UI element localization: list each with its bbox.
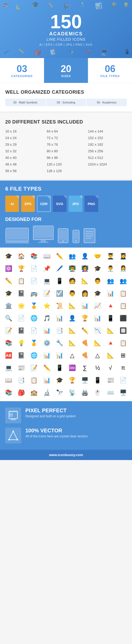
filetypes-section: 6 FILE TYPES AI EPS CDR SVG JPG PNG DESI… [0,181,132,248]
badge-svg: SVG [53,196,67,212]
stat-categories-label: CATEGORIES [3,74,41,78]
icon-cell-77: 📐 [92,337,103,349]
icon-cell-26: 📐 [79,275,91,287]
size-72: 72 x 72 [47,135,86,141]
icon-cell-78: 🔺 [105,337,116,349]
badge-ai-label: AI [11,202,14,206]
icon-cell-42: 🥇 [28,300,40,312]
icon-cell-13: 📌 [41,263,53,274]
size-120: 120 x 120 [47,162,86,167]
hero-content: 150 ACADEMICS LINE FILLED ICONS AI | EPS… [39,12,93,46]
icon-cell-54: 📊 [54,312,65,324]
icon-cell-37: 🎓 [92,287,103,299]
icon-cell-102: 📋 [28,374,40,386]
stat-categories: 03 CATEGORIES [0,58,44,83]
device-document-icon [83,228,96,243]
icon-cell-118: ⌨️ [105,387,116,399]
icon-cell-6: 👤 [79,250,91,262]
pixel-perfect-desc: Designed and built on a grid system [25,414,76,419]
vector-svg [8,430,18,441]
icon-cell-95: ♾️ [66,362,78,374]
size-58: 58 x 58 [5,168,44,174]
icon-cell-22: 📄 [28,275,40,287]
features-section: PIXEL PERFECT Designed and built on a gr… [0,401,132,450]
icon-cell-23: 💻 [41,275,53,287]
feature-pixel-perfect-text: PIXEL PERFECT Designed and built on a gr… [25,408,76,419]
icon-cell-87: △ [92,349,103,361]
icon-cell-40: 🏛️ [3,300,15,312]
icon-cell-91: 📰 [15,362,27,374]
icon-cell-41: 🌟 [15,300,27,312]
svg-point-9 [62,240,64,242]
svg-point-12 [75,240,77,242]
icon-cell-46: 📊 [79,300,91,312]
icon-cell-20: ✏️ [3,275,15,287]
stat-filetypes: 06 FILE TYPES [88,58,132,83]
svg-point-26 [17,439,18,441]
icon-cell-105: 🏆 [66,374,78,386]
icon-cell-32: 🚌 [28,287,40,299]
icon-cell-61: 📓 [15,325,27,337]
size-256: 256 x 256 [88,148,127,154]
svg-rect-8 [59,230,67,240]
icon-cell-2: 📚 [28,250,40,262]
badge-png-label: PNG [88,202,95,206]
device-phone-icon [72,230,80,243]
icon-cell-79: 📋 [117,337,129,349]
vector-title: 100% VECTOR [25,428,88,434]
cat-schooling: 50 · Schooling [46,99,87,106]
size-48: 48 x 48 [5,162,44,167]
icon-cell-55: 👤 [66,312,78,324]
icon-cell-73: ⚙️ [41,337,53,349]
icon-cell-111: 🎒 [15,387,27,399]
icons-grid: 🎓🏠📚📖✏️👥👤🤝👨‍🎓👩‍🎓⚛️🏆📄📌🖊️👨‍🏫👩‍🏫🎓👨‍💼👩‍💼✏️📋📄💻… [3,250,129,399]
icon-cell-48: 🔺 [105,300,116,312]
icon-cell-96: ∑ [79,362,91,374]
icon-cell-28: 👥 [105,275,116,287]
size-29: 29 x 29 [5,142,44,147]
icon-cell-31: 📓 [15,287,27,299]
pixel-perfect-icon [5,408,21,423]
icon-cell-30: 🎓 [3,287,15,299]
size-40: 40 x 40 [5,155,44,160]
hero-section: 📚 📐 🎓 ✏️ 📓 🔬 📊 🏆 💡 🖊️ 📏 🎒 📝 🔭 📌 🖥️ 📱 150… [0,0,132,58]
icon-cell-1: 🏠 [15,250,27,262]
icon-cell-27: 👨 [92,275,103,287]
icon-cell-51: 📄 [15,312,27,324]
categories-bar: 50 · Math Symbols 50 · Schooling 50 · Ac… [5,99,127,106]
sizes-heading: 20 DIFFERENT SIZES INCLUDED [5,119,127,125]
icon-cell-94: 📱 [54,362,65,374]
size-152: 152 x 152 [88,135,127,141]
sizes-section: 20 DIFFERENT SIZES INCLUDED 16 x 16 64 x… [0,113,132,179]
svg-marker-24 [9,431,17,440]
svg-line-28 [9,431,13,440]
icon-cell-71: 💡 [15,337,27,349]
categories-heading: WELL ORGANIZED CATEGORIES [5,89,127,95]
feature-vector: 100% VECTOR All of the icons here are cr… [5,428,127,443]
icon-cell-60: 📝 [3,325,15,337]
icon-cell-85: △ [66,349,78,361]
icon-cell-84: 📊 [54,349,65,361]
icon-cell-90: 💻 [3,362,15,374]
file-types-row: AI EPS CDR SVG JPG PNG [5,196,127,212]
icon-cell-62: 📄 [28,325,40,337]
icon-cell-8: 👨‍🎓 [105,250,116,262]
icons-grid-section: 🎓🏠📚📖✏️👥👤🤝👨‍🎓👩‍🎓⚛️🏆📄📌🖊️👨‍🏫👩‍🏫🎓👨‍💼👩‍💼✏️📋📄💻… [0,248,132,401]
icon-cell-70: 📚 [3,337,15,349]
icon-cell-38: 📊 [105,287,116,299]
icon-cell-103: 📊 [41,374,53,386]
icon-cell-29: 👥 [117,275,129,287]
icon-cell-88: 📐 [105,349,116,361]
hero-title: ACADEMICS [39,31,93,37]
svg-rect-11 [74,232,78,239]
feature-pixel-perfect: PIXEL PERFECT Designed and built on a gr… [5,408,127,423]
badge-png: PNG [84,196,98,212]
stat-filetypes-label: FILE TYPES [91,74,129,78]
icon-cell-10: ⚛️ [3,263,15,274]
icon-cell-25: 🧑 [66,275,78,287]
device-laptop-icon [5,228,29,243]
hero-number: 150 [39,12,93,31]
size-empty [88,168,127,174]
icon-cell-35: 👨 [66,287,78,299]
icon-cell-39: 📋 [117,287,129,299]
